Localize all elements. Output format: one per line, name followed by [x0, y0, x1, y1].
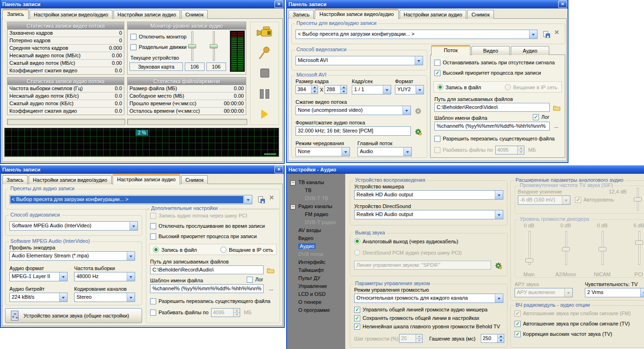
tab-video-audio-settings[interactable]: Настройки записи видео/аудио	[29, 175, 111, 184]
fps-select[interactable]: 1 / 1	[352, 85, 391, 94]
record-path-field[interactable]: C:\Beholder\Record\Video\	[434, 103, 550, 112]
chevron-down-icon[interactable]	[402, 106, 410, 115]
video-method-select[interactable]: Microsoft AVI	[295, 56, 423, 65]
log-checkbox[interactable]: ✓Лог	[533, 114, 549, 120]
close-icon[interactable]: ×	[274, 166, 283, 173]
preset-select[interactable]: < Выбор пресета для загрузки конфигураци…	[9, 195, 252, 204]
analog-output-radio[interactable]: Аналоговый выход (через аудиокабель)	[354, 238, 458, 244]
broadcast-ip-radio[interactable]: Вещание в IP сеть	[220, 247, 273, 253]
chevron-down-icon[interactable]	[403, 147, 411, 156]
sensitivity-select[interactable]: 2 Vrms	[585, 288, 644, 297]
stop-button[interactable]	[255, 65, 274, 81]
collapse-icon[interactable]: −	[290, 204, 295, 209]
high-priority-checkbox[interactable]: Высокий приоритет процесса при записи	[150, 233, 257, 240]
subtab-stream[interactable]: Поток	[431, 45, 470, 55]
delete-preset-button[interactable]: ×	[554, 28, 559, 37]
record-to-file-radio[interactable]: Запись в файл	[437, 84, 481, 90]
audio-format-select[interactable]: MPEG-1 Layer II	[9, 272, 68, 281]
template-more-button[interactable]: ...	[266, 286, 276, 294]
frame-width-stepper[interactable]: 384	[295, 85, 318, 94]
tree-item-lcd-osd[interactable]: LCD и OSD	[287, 290, 345, 298]
tab-snapshot[interactable]: Снимок	[181, 10, 208, 19]
filename-template-field[interactable]: %channel% (%yy%%mm%%dd%-%hh%%nn%	[434, 122, 550, 131]
overwrite-checkbox[interactable]: Разрешить перезапись существующего файла	[150, 298, 270, 304]
browse-folder-button[interactable]	[553, 103, 561, 112]
chevron-down-icon[interactable]	[416, 85, 424, 94]
tree-item-about-tuner[interactable]: О тюнере	[287, 298, 345, 306]
mute-while-recording-checkbox[interactable]: Отключать прослушивание во время записи	[150, 223, 265, 229]
tab-record[interactable]: Запись	[2, 175, 28, 184]
chevron-down-icon[interactable]	[495, 191, 503, 199]
left-volume-slider[interactable]	[188, 31, 196, 61]
close-icon[interactable]: ×	[274, 0, 283, 8]
chevron-down-icon[interactable]	[129, 222, 137, 230]
sound-line-config-button[interactable]	[494, 261, 502, 270]
channel-coding-select[interactable]: Stereo	[74, 293, 135, 302]
tree-item-video[interactable]: Видео	[287, 234, 345, 242]
split-files-checkbox[interactable]: Разбивать файлы по	[150, 310, 209, 316]
tab-snapshot[interactable]: Снимок	[467, 10, 494, 19]
save-volume-checkbox[interactable]: ✓Сохранять громкость общей линии в настр…	[354, 315, 479, 321]
chevron-down-icon[interactable]	[59, 293, 67, 302]
tv-hf-correction-checkbox[interactable]: ✓Коррекция высоких частот звука (TV)	[515, 331, 612, 337]
chevron-down-icon[interactable]	[341, 147, 349, 156]
mute-delay-stepper[interactable]: 250	[481, 334, 504, 343]
separate-sliders-checkbox[interactable]: Раздельные движки	[130, 44, 187, 50]
tree-item-av-inputs[interactable]: AV входы	[287, 226, 345, 234]
tree-item-tv-channels[interactable]: −ТВ каналы	[287, 178, 345, 186]
right-volume-slider[interactable]	[209, 31, 218, 61]
master-stream-select[interactable]: Audio	[357, 147, 412, 156]
tab-record[interactable]: Запись	[288, 10, 314, 19]
chevron-down-icon[interactable]	[640, 288, 644, 297]
tree-item-remote[interactable]: Пульт ДУ	[287, 274, 345, 282]
directsound-device-select[interactable]: Realtek HD Audio output	[354, 210, 503, 219]
record-video-button[interactable]	[255, 24, 274, 40]
interleave-select[interactable]: None	[295, 147, 350, 156]
chevron-down-icon[interactable]	[59, 272, 67, 281]
play-button[interactable]	[255, 106, 274, 122]
chevron-down-icon[interactable]	[495, 210, 503, 219]
tree-item-control[interactable]: Управление	[287, 282, 345, 290]
encoder-profile-select[interactable]: Audio Elementary Stream (*.mpa)	[9, 251, 135, 261]
subtab-audio[interactable]: Аудио	[511, 46, 549, 55]
save-preset-button[interactable]	[257, 195, 265, 204]
audio-codec-config-button[interactable]	[414, 127, 422, 136]
filename-template-field[interactable]: %channel% (%yy%%mm%%dd%-%hh%%nn%	[150, 284, 264, 293]
pause-button[interactable]	[255, 86, 274, 102]
master-line-checkbox[interactable]: ✓Управлять общей линией громкости аудио …	[354, 307, 487, 313]
record-to-file-radio[interactable]: Запись в файл	[153, 247, 197, 253]
tab-video-audio-settings[interactable]: Настройки записи видео/аудио	[315, 9, 398, 19]
subtab-video[interactable]: Видео	[471, 46, 510, 55]
log-checkbox[interactable]: Лог	[247, 277, 263, 283]
chevron-down-icon[interactable]	[529, 30, 537, 39]
chevron-down-icon[interactable]	[495, 294, 503, 302]
titlebar[interactable]: Панель записи ×	[286, 0, 568, 8]
titlebar[interactable]: Панель записи ×	[0, 165, 285, 174]
format-select[interactable]: YUY2	[395, 85, 424, 94]
template-more-button[interactable]: ...	[552, 123, 561, 132]
tab-snapshot[interactable]: Снимок	[181, 175, 208, 184]
tab-audio-settings[interactable]: Настройки записи аудио	[114, 10, 181, 19]
chevron-down-icon[interactable]	[383, 85, 391, 94]
sample-rate-select[interactable]: 48000 Hz	[74, 272, 135, 281]
tab-audio-settings[interactable]: Настройки записи аудио	[400, 10, 467, 19]
tab-record[interactable]: Запись	[2, 9, 29, 19]
tab-audio-settings[interactable]: Настройки записи аудио	[113, 174, 181, 185]
collapse-icon[interactable]: −	[290, 180, 295, 186]
volume-mode-select[interactable]: Относительная громкость для каждого кана…	[354, 294, 503, 303]
tree-item-radio-channels[interactable]: −Радио каналы	[287, 202, 345, 210]
tree-item-tv[interactable]: ТВ	[287, 186, 345, 194]
tree-item-timeshift[interactable]: Таймшифт	[287, 266, 345, 274]
preset-select[interactable]: < Выбор пресета для загрузки конфигураци…	[295, 30, 538, 39]
overwrite-checkbox[interactable]: Разрешить перезапись существующего файла	[434, 136, 554, 142]
tree-item-audio[interactable]: Аудио	[287, 242, 345, 250]
delete-preset-button[interactable]: ×	[269, 193, 274, 202]
titlebar[interactable]: Настройки - Аудио	[286, 165, 644, 174]
record-audio-button[interactable]	[255, 45, 274, 61]
frame-height-stepper[interactable]: 288	[325, 85, 347, 94]
tree-item-about-program[interactable]: О программе	[287, 306, 345, 314]
chevron-down-icon[interactable]	[127, 272, 135, 281]
chevron-down-icon[interactable]	[244, 195, 252, 204]
bitrate-select[interactable]: 224 kBit/s	[9, 293, 68, 302]
chevron-down-icon[interactable]	[415, 56, 423, 65]
